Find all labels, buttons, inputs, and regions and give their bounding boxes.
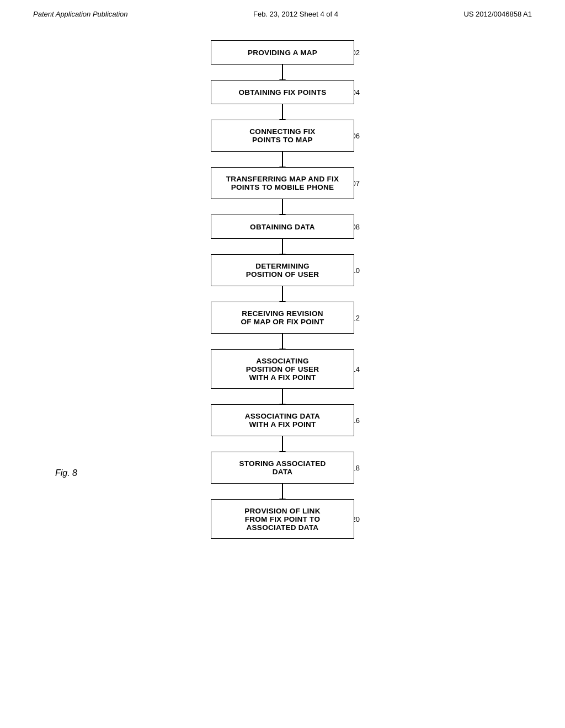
step-810: DETERMINING POSITION OF USER810 [167,254,398,302]
arrow-810 [282,286,283,302]
box-820: PROVISION OF LINK FROM FIX POINT TO ASSO… [211,499,354,539]
arrow-818 [282,484,283,499]
header-publication-type: Patent Application Publication [33,10,128,18]
step-807: TRANSFERRING MAP AND FIX POINTS TO MOBIL… [167,167,398,215]
arrow-814 [282,389,283,404]
arrow-804 [282,104,283,120]
box-806: CONNECTING FIX POINTS TO MAP [211,120,354,152]
header-patent-number: US 2012/0046858 A1 [463,10,532,18]
step-820: PROVISION OF LINK FROM FIX POINT TO ASSO… [167,499,398,539]
box-808: OBTAINING DATA [211,215,354,239]
arrow-802 [282,65,283,80]
step-804: OBTAINING FIX POINTS804 [167,80,398,120]
step-818: STORING ASSOCIATED DATA818 [167,452,398,499]
step-802: PROVIDING A MAP802 [167,40,398,80]
arrow-808 [282,239,283,254]
arrow-806 [282,152,283,167]
header-date-sheet: Feb. 23, 2012 Sheet 4 of 4 [253,10,338,18]
box-814: ASSOCIATING POSITION OF USER WITH A FIX … [211,349,354,389]
arrow-807 [282,199,283,215]
arrow-816 [282,436,283,452]
page-header: Patent Application Publication Feb. 23, … [0,0,565,24]
box-818: STORING ASSOCIATED DATA [211,452,354,484]
step-816: ASSOCIATING DATA WITH A FIX POINT816 [167,404,398,452]
box-807: TRANSFERRING MAP AND FIX POINTS TO MOBIL… [211,167,354,199]
step-806: CONNECTING FIX POINTS TO MAP806 [167,120,398,167]
diagram-area: PROVIDING A MAP802OBTAINING FIX POINTS80… [0,24,565,539]
box-816: ASSOCIATING DATA WITH A FIX POINT [211,404,354,436]
arrow-812 [282,334,283,349]
flow-diagram: PROVIDING A MAP802OBTAINING FIX POINTS80… [167,40,398,539]
figure-label: Fig. 8 [55,468,77,478]
box-804: OBTAINING FIX POINTS [211,80,354,104]
box-812: RECEIVING REVISION OF MAP OR FIX POINT [211,302,354,334]
step-814: ASSOCIATING POSITION OF USER WITH A FIX … [167,349,398,404]
step-812: RECEIVING REVISION OF MAP OR FIX POINT81… [167,302,398,349]
box-810: DETERMINING POSITION OF USER [211,254,354,286]
step-808: OBTAINING DATA808 [167,215,398,254]
box-802: PROVIDING A MAP [211,40,354,65]
